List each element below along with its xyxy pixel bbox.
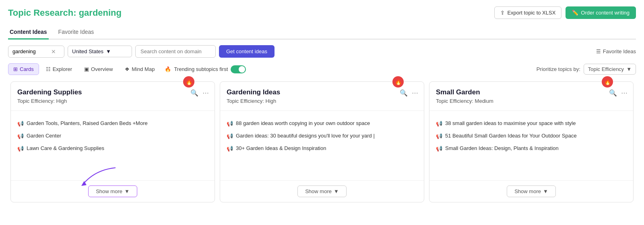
card-items: 📢 Garden Tools, Planters, Raised Garden … <box>11 114 215 180</box>
export-button[interactable]: ⇪ Export topic to XLSX <box>494 6 561 19</box>
fire-badge: 🔥 <box>602 76 613 88</box>
card-search-button[interactable]: 🔍 <box>190 88 199 98</box>
megaphone-icon: 📢 <box>227 120 233 127</box>
show-more-button[interactable]: Show more ▼ <box>88 185 137 197</box>
prioritize-label: Prioritize topics by: <box>537 66 580 72</box>
card-search-button[interactable]: 🔍 <box>608 88 618 98</box>
card-actions: 🔍 ⋯ <box>190 88 210 98</box>
list-item: 📢 38 small garden ideas to maximise your… <box>436 117 627 130</box>
megaphone-icon: 📢 <box>436 120 442 127</box>
megaphone-icon: 📢 <box>436 133 442 140</box>
megaphone-icon: 📢 <box>227 133 233 140</box>
trending-toggle[interactable] <box>231 65 246 73</box>
card-small-garden: 🔥 Small Garden Topic Efficiency: Medium … <box>429 81 634 202</box>
card-divider <box>11 110 215 111</box>
keyword-input-wrap: ✕ <box>8 46 64 58</box>
card-efficiency: Topic Efficiency: High <box>17 98 208 104</box>
card-more-button[interactable]: ⋯ <box>411 88 419 98</box>
edit-icon: ✏️ <box>572 10 578 16</box>
fire-badge: 🔥 <box>392 76 404 88</box>
card-header: Gardening Supplies Topic Efficiency: Hig… <box>11 82 215 107</box>
fire-icon: 🔥 <box>165 66 171 72</box>
card-efficiency: Topic Efficiency: Medium <box>436 98 627 104</box>
list-item: 📢 Garden ideas: 30 beautiful designs you… <box>227 130 417 142</box>
view-cards-button[interactable]: ⊞ Cards <box>8 63 39 75</box>
tab-content-ideas[interactable]: Content Ideas <box>8 25 49 40</box>
fire-badge: 🔥 <box>183 76 194 88</box>
list-item: 📢 30+ Garden Ideas & Design Inspiration <box>227 142 417 155</box>
controls-row: ✕ United States ▼ Get content ideas ☰ Fa… <box>8 45 636 58</box>
list-item: 📢 Lawn Care & Gardening Supplies <box>17 142 208 155</box>
list-item: 📢 51 Beautiful Small Garden Ideas for Yo… <box>436 130 627 142</box>
title-prefix: Topic Research: <box>8 8 79 18</box>
cards-grid: 🔥 Gardening Supplies Topic Efficiency: H… <box>8 81 636 202</box>
card-more-button[interactable]: ⋯ <box>202 88 210 98</box>
view-overview-button[interactable]: ▣ Overview <box>79 63 118 75</box>
chevron-down-icon: ▼ <box>543 188 548 194</box>
chevron-down-icon: ▼ <box>106 48 111 54</box>
card-gardening-ideas: 🔥 Gardening Ideas Topic Efficiency: High… <box>220 81 424 202</box>
priority-value: Topic Efficiency <box>588 66 624 72</box>
card-title: Small Garden <box>436 88 627 96</box>
card-efficiency: Topic Efficiency: High <box>227 98 417 104</box>
mindmap-icon: ❖ <box>125 66 130 72</box>
trending-label: Trending subtopics first <box>174 66 228 72</box>
card-header: Small Garden Topic Efficiency: Medium 🔍 … <box>429 82 633 107</box>
get-ideas-button[interactable]: Get content ideas <box>219 45 275 58</box>
overview-icon: ▣ <box>84 66 89 72</box>
svg-marker-0 <box>81 181 87 186</box>
country-value: United States <box>72 48 103 54</box>
megaphone-icon: 📢 <box>227 145 233 152</box>
priority-dropdown[interactable]: Topic Efficiency ▼ <box>584 64 636 75</box>
clear-keyword-button[interactable]: ✕ <box>51 48 56 55</box>
view-mindmap-button[interactable]: ❖ Mind Map <box>120 63 160 75</box>
trending-wrap: 🔥 Trending subtopics first <box>165 65 246 73</box>
title-keyword: gardening <box>79 8 122 18</box>
card-title: Gardening Supplies <box>17 88 208 96</box>
card-actions: 🔍 ⋯ <box>608 88 628 98</box>
tabs-container: Content Ideas Favorite Ideas <box>8 25 636 40</box>
card-items: 📢 38 small garden ideas to maximise your… <box>429 114 633 180</box>
tab-favorite-ideas[interactable]: Favorite Ideas <box>57 25 96 40</box>
card-actions: 🔍 ⋯ <box>399 88 419 98</box>
list-item: 📢 Small Garden Ideas: Design, Plants & I… <box>436 142 627 155</box>
megaphone-icon: 📢 <box>17 145 24 152</box>
card-footer: Show more ▼ <box>11 180 215 202</box>
order-writing-button[interactable]: ✏️ Order content writing <box>566 6 636 19</box>
card-title: Gardening Ideas <box>227 88 417 96</box>
megaphone-icon: 📢 <box>17 133 24 140</box>
card-header: Gardening Ideas Topic Efficiency: High 🔍… <box>220 82 424 107</box>
show-more-button[interactable]: Show more ▼ <box>507 185 556 197</box>
list-item: 📢 Garden Tools, Planters, Raised Garden … <box>17 117 208 130</box>
header-actions: ⇪ Export topic to XLSX ✏️ Order content … <box>494 6 636 19</box>
list-item: 📢 88 garden ideas worth copying in your … <box>227 117 417 130</box>
show-more-button[interactable]: Show more ▼ <box>297 185 347 197</box>
prioritize-wrap: Prioritize topics by: Topic Efficiency ▼ <box>537 64 636 75</box>
list-icon: ☰ <box>596 48 601 54</box>
card-search-button[interactable]: 🔍 <box>399 88 409 98</box>
view-explorer-button[interactable]: ☷ Explorer <box>41 63 77 75</box>
keyword-input[interactable] <box>12 48 49 54</box>
card-items: 📢 88 garden ideas worth copying in your … <box>220 114 424 180</box>
country-dropdown[interactable]: United States ▼ <box>68 46 132 57</box>
domain-search-input[interactable] <box>135 45 216 58</box>
view-toggle-row: ⊞ Cards ☷ Explorer ▣ Overview ❖ Mind Map… <box>8 63 636 75</box>
card-divider <box>220 110 424 111</box>
page-title: Topic Research: gardening <box>8 8 122 18</box>
megaphone-icon: 📢 <box>17 120 24 127</box>
card-divider <box>429 110 633 111</box>
megaphone-icon: 📢 <box>436 145 442 152</box>
favorite-ideas-link[interactable]: ☰ Favorite Ideas <box>596 48 636 54</box>
card-more-button[interactable]: ⋯ <box>620 88 628 98</box>
list-item: 📢 Garden Center <box>17 130 208 142</box>
card-gardening-supplies: 🔥 Gardening Supplies Topic Efficiency: H… <box>10 81 215 202</box>
export-icon: ⇪ <box>500 10 505 16</box>
chevron-down-icon: ▼ <box>334 188 339 194</box>
cards-grid-icon: ⊞ <box>13 66 18 72</box>
card-footer: Show more ▼ <box>220 180 424 202</box>
card-footer: Show more ▼ <box>429 180 633 202</box>
chevron-down-icon: ▼ <box>626 66 632 72</box>
chevron-down-icon: ▼ <box>124 188 130 194</box>
table-icon: ☷ <box>46 66 51 72</box>
